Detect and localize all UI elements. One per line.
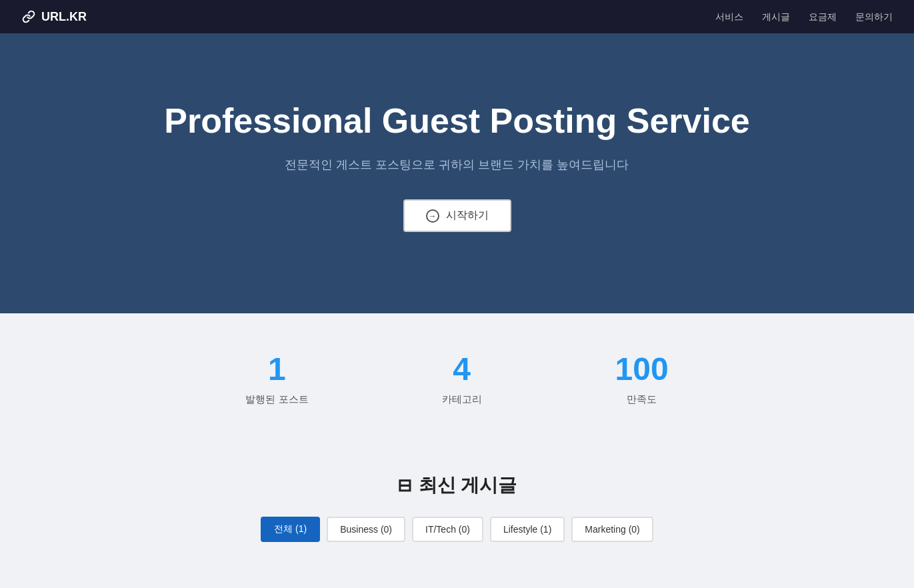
cta-label: 시작하기	[446, 209, 489, 223]
stat-satisfaction-label: 만족도	[615, 393, 669, 406]
stat-categories: 4 카테고리	[442, 353, 482, 406]
stat-satisfaction: 100 만족도	[615, 353, 669, 406]
stat-posts-number: 1	[245, 353, 308, 385]
nav-item-service[interactable]: 서비스	[715, 11, 743, 23]
cta-button[interactable]: → 시작하기	[403, 199, 511, 232]
nav-item-posts[interactable]: 게시글	[762, 11, 790, 23]
stat-posts: 1 발행된 포스트	[245, 353, 308, 406]
posts-section-title-text: 최신 게시글	[419, 473, 517, 498]
navbar-logo[interactable]: URL.KR	[21, 9, 87, 24]
filter-marketing[interactable]: Marketing (0)	[571, 517, 653, 542]
navbar: URL.KR 서비스 게시글 요금제 문의하기	[0, 0, 914, 33]
filter-all[interactable]: 전체 (1)	[261, 517, 320, 542]
posts-section-title: ⊟ 최신 게시글	[13, 473, 901, 498]
category-filters: 전체 (1) Business (0) IT/Tech (0) Lifestyl…	[13, 517, 901, 542]
filter-it-tech[interactable]: IT/Tech (0)	[412, 517, 483, 542]
stat-posts-label: 발행된 포스트	[245, 393, 308, 406]
posts-section: ⊟ 최신 게시글 전체 (1) Business (0) IT/Tech (0)…	[0, 446, 914, 569]
stat-categories-label: 카테고리	[442, 393, 482, 406]
hero-subtitle: 전문적인 게스트 포스팅으로 귀하의 브랜드 가치를 높여드립니다	[285, 157, 629, 173]
hero-section: Professional Guest Posting Service 전문적인 …	[0, 33, 914, 313]
logo-text: URL.KR	[41, 10, 87, 24]
stat-categories-number: 4	[442, 353, 482, 385]
filter-lifestyle[interactable]: Lifestyle (1)	[490, 517, 565, 542]
navbar-menu: 서비스 게시글 요금제 문의하기	[715, 11, 893, 23]
filter-business[interactable]: Business (0)	[327, 517, 405, 542]
nav-item-contact[interactable]: 문의하기	[855, 11, 893, 23]
link-icon	[21, 9, 36, 24]
arrow-circle-icon: →	[426, 209, 439, 223]
stats-section: 1 발행된 포스트 4 카테고리 100 만족도	[0, 313, 914, 446]
nav-item-pricing[interactable]: 요금제	[809, 11, 837, 23]
posts-section-icon: ⊟	[397, 475, 412, 496]
stat-satisfaction-number: 100	[615, 353, 669, 385]
hero-title: Professional Guest Posting Service	[164, 101, 750, 141]
